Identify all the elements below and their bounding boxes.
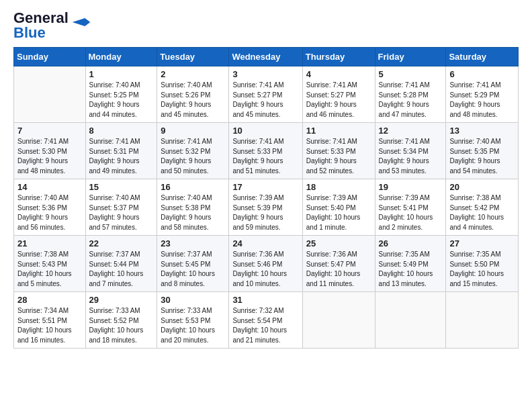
- day-number: 6: [449, 69, 515, 79]
- calendar-week-3: 14Sunrise: 7:40 AM Sunset: 5:36 PM Dayli…: [14, 179, 519, 236]
- page-header: General Blue: [13, 11, 519, 40]
- calendar-cell: 3Sunrise: 7:41 AM Sunset: 5:27 PM Daylig…: [229, 66, 302, 123]
- day-info: Sunrise: 7:39 AM Sunset: 5:40 PM Dayligh…: [306, 193, 371, 232]
- calendar-cell: 13Sunrise: 7:40 AM Sunset: 5:35 PM Dayli…: [446, 123, 519, 179]
- calendar-cell: 2Sunrise: 7:40 AM Sunset: 5:26 PM Daylig…: [157, 66, 229, 123]
- calendar-cell: 24Sunrise: 7:36 AM Sunset: 5:46 PM Dayli…: [229, 236, 302, 292]
- calendar-cell: [375, 292, 446, 349]
- calendar-week-5: 28Sunrise: 7:34 AM Sunset: 5:51 PM Dayli…: [14, 292, 519, 349]
- day-info: Sunrise: 7:40 AM Sunset: 5:38 PM Dayligh…: [161, 193, 225, 232]
- calendar-cell: 17Sunrise: 7:39 AM Sunset: 5:39 PM Dayli…: [229, 179, 302, 236]
- logo-blue: Blue: [13, 24, 46, 41]
- day-number: 2: [161, 69, 225, 79]
- day-number: 7: [17, 126, 82, 136]
- day-info: Sunrise: 7:35 AM Sunset: 5:49 PM Dayligh…: [379, 250, 443, 289]
- calendar-cell: 28Sunrise: 7:34 AM Sunset: 5:51 PM Dayli…: [14, 292, 86, 349]
- svg-marker-0: [73, 18, 91, 26]
- calendar-cell: 9Sunrise: 7:41 AM Sunset: 5:32 PM Daylig…: [157, 123, 229, 179]
- day-info: Sunrise: 7:39 AM Sunset: 5:39 PM Dayligh…: [232, 193, 298, 232]
- day-info: Sunrise: 7:41 AM Sunset: 5:30 PM Dayligh…: [17, 137, 82, 176]
- day-number: 8: [89, 126, 154, 136]
- day-info: Sunrise: 7:41 AM Sunset: 5:27 PM Dayligh…: [306, 81, 371, 120]
- calendar-cell: 31Sunrise: 7:32 AM Sunset: 5:54 PM Dayli…: [229, 292, 302, 349]
- calendar-table: SundayMondayTuesdayWednesdayThursdayFrid…: [13, 47, 519, 349]
- day-info: Sunrise: 7:40 AM Sunset: 5:26 PM Dayligh…: [161, 81, 225, 120]
- calendar-cell: 19Sunrise: 7:39 AM Sunset: 5:41 PM Dayli…: [375, 179, 446, 236]
- day-info: Sunrise: 7:41 AM Sunset: 5:29 PM Dayligh…: [449, 81, 515, 120]
- day-info: Sunrise: 7:41 AM Sunset: 5:31 PM Dayligh…: [89, 137, 154, 176]
- calendar-cell: 11Sunrise: 7:41 AM Sunset: 5:33 PM Dayli…: [302, 123, 375, 179]
- day-info: Sunrise: 7:34 AM Sunset: 5:51 PM Dayligh…: [17, 306, 82, 345]
- calendar-cell: 23Sunrise: 7:37 AM Sunset: 5:45 PM Dayli…: [157, 236, 229, 292]
- day-number: 26: [379, 238, 443, 248]
- calendar-cell: 29Sunrise: 7:33 AM Sunset: 5:52 PM Dayli…: [85, 292, 157, 349]
- day-number: 12: [379, 126, 443, 136]
- day-number: 11: [306, 126, 371, 136]
- calendar-week-2: 7Sunrise: 7:41 AM Sunset: 5:30 PM Daylig…: [14, 123, 519, 179]
- calendar-cell: 18Sunrise: 7:39 AM Sunset: 5:40 PM Dayli…: [302, 179, 375, 236]
- day-info: Sunrise: 7:41 AM Sunset: 5:28 PM Dayligh…: [379, 81, 443, 120]
- day-info: Sunrise: 7:33 AM Sunset: 5:52 PM Dayligh…: [89, 306, 154, 345]
- calendar-cell: 5Sunrise: 7:41 AM Sunset: 5:28 PM Daylig…: [375, 66, 446, 123]
- day-info: Sunrise: 7:32 AM Sunset: 5:54 PM Dayligh…: [232, 306, 298, 345]
- day-info: Sunrise: 7:41 AM Sunset: 5:33 PM Dayligh…: [232, 137, 298, 176]
- calendar-cell: 22Sunrise: 7:37 AM Sunset: 5:44 PM Dayli…: [85, 236, 157, 292]
- day-number: 27: [449, 238, 515, 248]
- calendar-cell: 21Sunrise: 7:38 AM Sunset: 5:43 PM Dayli…: [14, 236, 86, 292]
- day-info: Sunrise: 7:35 AM Sunset: 5:50 PM Dayligh…: [449, 250, 515, 289]
- calendar-cell: 27Sunrise: 7:35 AM Sunset: 5:50 PM Dayli…: [446, 236, 519, 292]
- day-number: 25: [306, 238, 371, 248]
- calendar-cell: 10Sunrise: 7:41 AM Sunset: 5:33 PM Dayli…: [229, 123, 302, 179]
- calendar-cell: 4Sunrise: 7:41 AM Sunset: 5:27 PM Daylig…: [302, 66, 375, 123]
- weekday-header-row: SundayMondayTuesdayWednesdayThursdayFrid…: [14, 48, 519, 66]
- day-info: Sunrise: 7:40 AM Sunset: 5:37 PM Dayligh…: [89, 193, 154, 232]
- day-info: Sunrise: 7:33 AM Sunset: 5:53 PM Dayligh…: [161, 306, 225, 345]
- weekday-header-tuesday: Tuesday: [157, 48, 229, 66]
- day-number: 22: [89, 238, 154, 248]
- calendar-cell: 16Sunrise: 7:40 AM Sunset: 5:38 PM Dayli…: [157, 179, 229, 236]
- calendar-week-1: 1Sunrise: 7:40 AM Sunset: 5:25 PM Daylig…: [14, 66, 519, 123]
- day-info: Sunrise: 7:41 AM Sunset: 5:27 PM Dayligh…: [232, 81, 298, 120]
- calendar-cell: [302, 292, 375, 349]
- weekday-header-monday: Monday: [85, 48, 157, 66]
- day-number: 31: [232, 295, 298, 305]
- day-info: Sunrise: 7:39 AM Sunset: 5:41 PM Dayligh…: [379, 193, 443, 232]
- day-number: 15: [89, 182, 154, 192]
- calendar-cell: 14Sunrise: 7:40 AM Sunset: 5:36 PM Dayli…: [14, 179, 86, 236]
- day-number: 3: [232, 69, 298, 79]
- day-number: 30: [161, 295, 225, 305]
- weekday-header-friday: Friday: [375, 48, 446, 66]
- calendar-cell: 25Sunrise: 7:36 AM Sunset: 5:47 PM Dayli…: [302, 236, 375, 292]
- logo: General Blue: [13, 11, 91, 40]
- day-info: Sunrise: 7:37 AM Sunset: 5:45 PM Dayligh…: [161, 250, 225, 289]
- day-info: Sunrise: 7:41 AM Sunset: 5:34 PM Dayligh…: [379, 137, 443, 176]
- calendar-cell: 12Sunrise: 7:41 AM Sunset: 5:34 PM Dayli…: [375, 123, 446, 179]
- day-info: Sunrise: 7:40 AM Sunset: 5:36 PM Dayligh…: [17, 193, 82, 232]
- day-info: Sunrise: 7:40 AM Sunset: 5:25 PM Dayligh…: [89, 81, 154, 120]
- day-number: 17: [232, 182, 298, 192]
- day-info: Sunrise: 7:37 AM Sunset: 5:44 PM Dayligh…: [89, 250, 154, 289]
- day-number: 1: [89, 69, 154, 79]
- day-number: 29: [89, 295, 154, 305]
- day-info: Sunrise: 7:38 AM Sunset: 5:43 PM Dayligh…: [17, 250, 82, 289]
- day-info: Sunrise: 7:40 AM Sunset: 5:35 PM Dayligh…: [449, 137, 515, 176]
- day-info: Sunrise: 7:41 AM Sunset: 5:33 PM Dayligh…: [306, 137, 371, 176]
- day-number: 4: [306, 69, 371, 79]
- day-number: 5: [379, 69, 443, 79]
- logo-text: General Blue: [13, 11, 69, 40]
- calendar-cell: [446, 292, 519, 349]
- day-info: Sunrise: 7:38 AM Sunset: 5:42 PM Dayligh…: [449, 193, 515, 232]
- day-number: 24: [232, 238, 298, 248]
- calendar-cell: [14, 66, 86, 123]
- day-number: 10: [232, 126, 298, 136]
- day-info: Sunrise: 7:36 AM Sunset: 5:47 PM Dayligh…: [306, 250, 371, 289]
- day-number: 20: [449, 182, 515, 192]
- calendar-cell: 20Sunrise: 7:38 AM Sunset: 5:42 PM Dayli…: [446, 179, 519, 236]
- logo-arrow-icon: [71, 18, 91, 26]
- day-number: 18: [306, 182, 371, 192]
- day-number: 16: [161, 182, 225, 192]
- day-number: 21: [17, 238, 82, 248]
- day-number: 19: [379, 182, 443, 192]
- day-number: 23: [161, 238, 225, 248]
- calendar-cell: 7Sunrise: 7:41 AM Sunset: 5:30 PM Daylig…: [14, 123, 86, 179]
